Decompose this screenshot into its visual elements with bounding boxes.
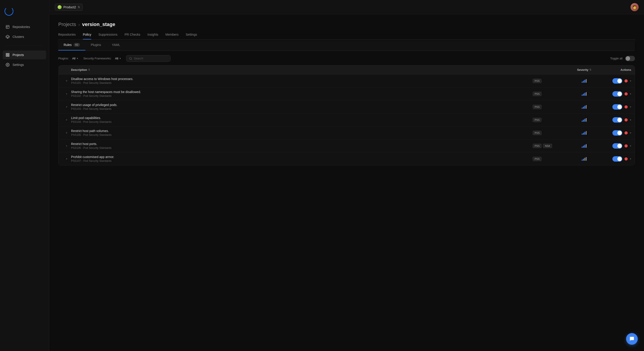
row-toggle[interactable] (612, 91, 622, 96)
bar-3 (584, 106, 585, 109)
frameworks-filter-select[interactable]: All ▾ (113, 56, 122, 61)
col-header-severity: Severity ⇅ (564, 68, 604, 72)
table-row: + Limit pod capabilities. PSS104 - Pod S… (58, 114, 635, 126)
table-row: + Restrict host ports. PSS106 - Pod Secu… (58, 140, 635, 152)
plugins-filter-value: All (72, 57, 75, 60)
user-avatar[interactable]: 🧑 (630, 3, 638, 11)
sidebar-item-clusters[interactable]: Clusters (3, 32, 46, 41)
row-chevron-icon[interactable]: ▾ (630, 131, 631, 134)
row-description: Restrict host path volumes. PSS105 - Pod… (71, 129, 533, 136)
row-severity (564, 79, 604, 83)
bar-2 (583, 94, 584, 96)
row-actions: ▾ (604, 104, 631, 110)
sidebar-item-settings[interactable]: Settings (3, 60, 46, 69)
row-severity (564, 92, 604, 96)
tab-repositories[interactable]: Repositories (58, 33, 76, 40)
subtab-plugins[interactable]: Plugins (85, 40, 106, 50)
severity-bar-icon (582, 92, 587, 96)
row-actions: ▾ (604, 117, 631, 122)
svg-rect-8 (8, 53, 9, 54)
search-box (126, 55, 170, 62)
bar-4 (586, 131, 587, 135)
subtab-rules-badge: 60 (74, 43, 80, 47)
subtab-yaml[interactable]: YAML (106, 40, 126, 50)
severity-bar-icon (582, 105, 587, 109)
svg-rect-10 (6, 55, 7, 56)
bar-2 (583, 107, 584, 109)
row-chevron-icon[interactable]: ▾ (630, 144, 631, 148)
severity-dot-icon (624, 131, 628, 134)
workspace-dot-icon (58, 5, 62, 9)
severity-bar-icon (582, 131, 587, 135)
workspace-selector[interactable]: Product2 ⇅ (55, 4, 83, 11)
chat-bubble[interactable] (626, 333, 638, 345)
row-subtitle: PSS105 - Pod Security Standards (71, 133, 533, 136)
bar-3 (584, 132, 585, 135)
row-expand-btn[interactable]: + (62, 118, 71, 122)
row-toggle[interactable] (612, 117, 622, 122)
tab-members[interactable]: Members (165, 33, 178, 40)
row-expand-btn[interactable]: + (62, 131, 71, 135)
severity-dot-icon (624, 105, 628, 108)
workspace-name: Product2 (64, 6, 76, 9)
row-title: Prohibit customised app armor. (71, 155, 533, 159)
row-expand-btn[interactable]: + (62, 105, 71, 109)
row-chevron-icon[interactable]: ▾ (630, 118, 631, 122)
tab-policy[interactable]: Policy (83, 33, 91, 40)
row-description: Limit pod capabilities. PSS104 - Pod Sec… (71, 116, 533, 124)
plugins-filter-select[interactable]: All ▾ (70, 56, 80, 61)
row-subtitle: PSS102 - Pod Security Standards (71, 94, 533, 98)
svg-point-12 (130, 57, 132, 59)
sidebar-item-repositories[interactable]: Repositories (3, 22, 46, 32)
search-input[interactable] (134, 57, 168, 60)
row-tags: PSS (533, 105, 564, 109)
severity-sort-icon[interactable]: ⇅ (589, 68, 591, 71)
main-content: Product2 ⇅ 🧑 Projects › version_stage Re… (49, 0, 644, 351)
row-subtitle: PSS106 - Pod Security Standards (71, 146, 533, 150)
row-title: Restrict host path volumes. (71, 129, 533, 133)
plugins-filter-group: Plugins: All ▾ (58, 56, 80, 61)
tab-insights[interactable]: Insights (148, 33, 158, 40)
tab-settings[interactable]: Settings (186, 33, 197, 40)
row-toggle[interactable] (612, 156, 622, 162)
row-chevron-icon[interactable]: ▾ (630, 92, 631, 96)
breadcrumb-parent[interactable]: Projects (58, 22, 76, 27)
row-expand-btn[interactable]: + (62, 79, 71, 83)
tag-pss: PSS (533, 157, 542, 161)
sidebar-item-projects[interactable]: Projects (3, 50, 46, 60)
subtab-rules[interactable]: Rules 60 (58, 40, 85, 50)
row-actions: ▾ (604, 130, 631, 136)
tab-pr-checks[interactable]: PR Checks (124, 33, 140, 40)
table-row: + Sharing the host namespaces must be di… (58, 88, 635, 100)
row-toggle[interactable] (612, 130, 622, 136)
row-title: Restrict host ports. (71, 142, 533, 146)
row-title: Disallow access to Windows host processe… (71, 77, 533, 81)
sidebar-label-repositories: Repositories (12, 25, 30, 29)
sidebar-label-clusters: Clusters (12, 35, 24, 38)
severity-bar-icon (582, 144, 587, 148)
frameworks-filter-group: Security Frameworks: All ▾ (83, 56, 122, 61)
row-chevron-icon[interactable]: ▾ (630, 105, 631, 108)
row-expand-btn[interactable]: + (62, 92, 71, 96)
row-toggle[interactable] (612, 143, 622, 148)
row-subtitle: PSS103 - Pod Security Standards (71, 107, 533, 110)
frameworks-filter-label: Security Frameworks: (83, 57, 112, 60)
tab-suppressions[interactable]: Suppressions (98, 33, 118, 40)
col-header-description: Description ⇅ (71, 68, 533, 72)
row-title: Restrict usage of privileged pods. (71, 103, 533, 107)
topbar: Product2 ⇅ 🧑 (49, 0, 644, 14)
row-chevron-icon[interactable]: ▾ (630, 157, 631, 160)
description-sort-icon[interactable]: ⇅ (88, 68, 90, 71)
row-toggle[interactable] (612, 104, 622, 110)
row-actions: ▾ (604, 91, 631, 96)
table-row: + Prohibit customised app armor. PSS107 … (58, 152, 635, 165)
tag-nsa: NSA (543, 144, 552, 148)
row-expand-btn[interactable]: + (62, 144, 71, 148)
row-expand-btn[interactable]: + (62, 157, 71, 161)
row-chevron-icon[interactable]: ▾ (630, 79, 631, 82)
toggle-all-switch[interactable] (625, 56, 635, 61)
bar-3 (584, 93, 585, 96)
row-toggle[interactable] (612, 78, 622, 84)
row-subtitle: PSS101 - Pod Security Standards (71, 81, 533, 84)
severity-dot-icon (624, 157, 628, 160)
